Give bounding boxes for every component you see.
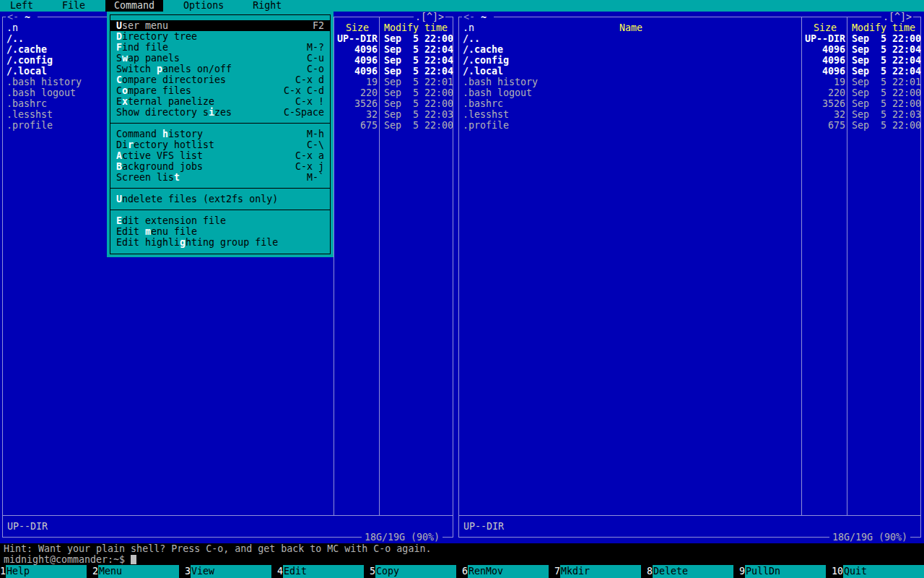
fkey-help-button[interactable]: 1Help bbox=[0, 565, 92, 578]
file-size: 4096 bbox=[335, 55, 380, 66]
shell-prompt: midnight@commander:~$ bbox=[4, 554, 125, 565]
file-name: /.local bbox=[459, 66, 803, 77]
menu-item-user-menu[interactable]: User menuF2 bbox=[110, 20, 330, 31]
menu-item-compare-directories[interactable]: Compare directoriesC-x d bbox=[110, 74, 330, 85]
file-name: /.config bbox=[459, 55, 803, 66]
menu-item-directory-tree[interactable]: Directory tree bbox=[110, 31, 330, 42]
function-key-bar: 1Help 2Menu 3View 4Edit 5Copy 6RenMov 7M… bbox=[0, 565, 924, 578]
column-separator bbox=[379, 17, 380, 515]
file-size: 4096 bbox=[335, 44, 380, 55]
ministatus-separator bbox=[459, 515, 920, 516]
menu-item-switch-panels[interactable]: Switch panels on/offC-o bbox=[110, 64, 330, 74]
file-row[interactable]: /..UP--DIRSep 5 22:00 bbox=[459, 33, 920, 44]
menu-item-edit-highlighting-group-file[interactable]: Edit highlighting group file bbox=[110, 237, 330, 248]
file-size: 3526 bbox=[803, 98, 847, 109]
file-size: 220 bbox=[803, 87, 847, 98]
file-row[interactable]: .lesshst32Sep 5 22:03 bbox=[459, 109, 920, 120]
file-size: 675 bbox=[803, 120, 847, 131]
right-mini-status: UP--DIR bbox=[463, 521, 504, 532]
menu-item-show-directory-sizes[interactable]: Show directory sizesC-Space bbox=[110, 107, 330, 118]
file-name: /.cache bbox=[459, 44, 803, 55]
menubar-item-command[interactable]: Command bbox=[105, 0, 163, 12]
right-header-size[interactable]: Size bbox=[803, 22, 847, 33]
file-size: 19 bbox=[335, 77, 380, 87]
file-name: .bashrc bbox=[459, 98, 803, 109]
menubar-item-right[interactable]: Right bbox=[244, 0, 290, 12]
fkey-pulldn-button[interactable]: 9PullDn bbox=[739, 565, 832, 578]
menu-item-undelete-files[interactable]: Undelete files (ext2fs only) bbox=[110, 194, 330, 204]
file-size: UP--DIR bbox=[335, 33, 380, 44]
left-header-size[interactable]: Size bbox=[335, 22, 380, 33]
left-header-mtime[interactable]: Modify time bbox=[380, 22, 453, 33]
file-size: 32 bbox=[803, 109, 847, 120]
fkey-menu-button[interactable]: 2Menu bbox=[92, 565, 185, 578]
file-row[interactable]: /.local4096Sep 5 22:04 bbox=[459, 66, 920, 77]
command-line[interactable]: midnight@commander:~$ bbox=[0, 554, 924, 565]
menu-separator bbox=[110, 118, 330, 129]
fkey-quit-button[interactable]: 10Quit bbox=[832, 565, 924, 578]
menu-item-directory-hotlist[interactable]: Directory hotlistC-\ bbox=[110, 139, 330, 150]
right-panel-title: <- ~ bbox=[462, 12, 494, 22]
file-mtime: Sep 5 22:04 bbox=[380, 55, 453, 66]
menubar-item-file[interactable]: File bbox=[53, 0, 94, 12]
file-size: 675 bbox=[335, 120, 380, 131]
file-size: 4096 bbox=[803, 44, 847, 55]
right-header-mtime[interactable]: Modify time bbox=[847, 22, 920, 33]
file-mtime: Sep 5 22:00 bbox=[380, 98, 453, 109]
file-mtime: Sep 5 22:01 bbox=[380, 77, 453, 87]
file-size: UP--DIR bbox=[803, 33, 847, 44]
left-panel-path: ~ bbox=[19, 12, 36, 22]
menu-bar: Left File Command Options Right bbox=[0, 0, 924, 12]
menu-item-swap-panels[interactable]: Swap panelsC-u bbox=[110, 53, 330, 64]
fkey-renmov-button[interactable]: 6RenMov bbox=[462, 565, 554, 578]
right-header-name[interactable]: .nName bbox=[459, 22, 803, 33]
file-size: 4096 bbox=[803, 55, 847, 66]
menubar-item-left[interactable]: Left bbox=[1, 0, 42, 12]
file-name: .profile bbox=[459, 120, 803, 131]
file-name: /.. bbox=[459, 33, 803, 44]
fkey-view-button[interactable]: 3View bbox=[185, 565, 277, 578]
menu-item-compare-files[interactable]: Compare filesC-x C-d bbox=[110, 85, 330, 96]
left-panel-corner-buttons[interactable]: .[^]> bbox=[414, 12, 445, 22]
command-dropdown-menu: User menuF2 Directory tree Find fileM-? … bbox=[107, 12, 334, 257]
menu-item-active-vfs-list[interactable]: Active VFS listC-x a bbox=[110, 150, 330, 161]
fkey-mkdir-button[interactable]: 7Mkdir bbox=[554, 565, 647, 578]
file-row[interactable]: /.config4096Sep 5 22:04 bbox=[459, 55, 920, 66]
menu-item-edit-menu-file[interactable]: Edit menu file bbox=[110, 226, 330, 237]
right-panel: <- ~ .[^]> .nName Size Modify time /..UP… bbox=[458, 17, 921, 538]
menu-item-background-jobs[interactable]: Background jobsC-x j bbox=[110, 161, 330, 172]
file-size: 19 bbox=[803, 77, 847, 87]
file-row[interactable]: .profile675Sep 5 22:00 bbox=[459, 120, 920, 131]
menu-item-find-file[interactable]: Find fileM-? bbox=[110, 42, 330, 53]
menu-item-edit-extension-file[interactable]: Edit extension file bbox=[110, 215, 330, 226]
hint-line: Hint: Want your plain shell? Press C-o, … bbox=[0, 543, 924, 554]
menu-item-external-panelize[interactable]: External panelizeC-x ! bbox=[110, 96, 330, 107]
file-name: .lesshst bbox=[459, 109, 803, 120]
fkey-delete-button[interactable]: 8Delete bbox=[647, 565, 739, 578]
file-row[interactable]: /.cache4096Sep 5 22:04 bbox=[459, 44, 920, 55]
right-free-space: 18G/19G (90%) bbox=[829, 532, 910, 543]
sort-marker: .n bbox=[463, 22, 474, 33]
fkey-copy-button[interactable]: 5Copy bbox=[370, 565, 462, 578]
right-panel-path: ~ bbox=[475, 12, 492, 22]
right-file-list: .nName Size Modify time /..UP--DIRSep 5 … bbox=[459, 17, 920, 131]
menubar-item-options[interactable]: Options bbox=[175, 0, 232, 12]
menu-item-screen-list[interactable]: Screen listM-` bbox=[110, 172, 330, 183]
menu-item-command-history[interactable]: Command historyM-h bbox=[110, 129, 330, 139]
file-mtime: Sep 5 22:03 bbox=[380, 109, 453, 120]
file-mtime: Sep 5 22:00 bbox=[847, 120, 920, 131]
right-panel-corner-buttons[interactable]: .[^]> bbox=[881, 12, 913, 22]
file-mtime: Sep 5 22:00 bbox=[380, 33, 453, 44]
file-size: 4096 bbox=[335, 66, 380, 77]
right-scroll-arrow: <- bbox=[463, 12, 475, 22]
file-name: .bash_history bbox=[459, 77, 803, 87]
file-size: 220 bbox=[335, 87, 380, 98]
file-row[interactable]: .bash_history19Sep 5 22:01 bbox=[459, 77, 920, 87]
file-row[interactable]: .bash_logout220Sep 5 22:00 bbox=[459, 87, 920, 98]
file-row[interactable]: .bashrc3526Sep 5 22:00 bbox=[459, 98, 920, 109]
column-separator bbox=[801, 17, 802, 515]
file-mtime: Sep 5 22:03 bbox=[847, 109, 920, 120]
file-mtime: Sep 5 22:01 bbox=[847, 77, 920, 87]
file-mtime: Sep 5 22:04 bbox=[847, 55, 920, 66]
fkey-edit-button[interactable]: 4Edit bbox=[277, 565, 370, 578]
